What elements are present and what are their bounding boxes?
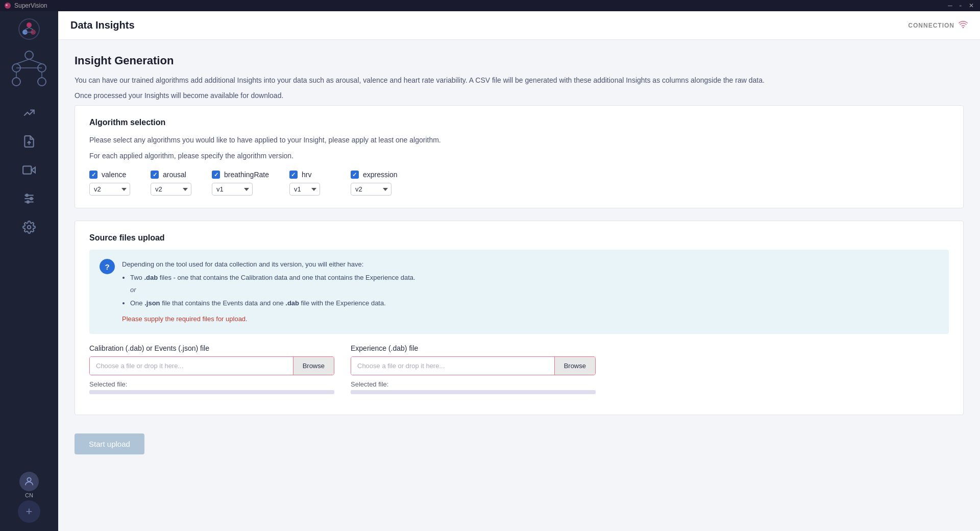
main: Data Insights CONNECTION Insight Generat… [58, 11, 980, 531]
expression-checkbox[interactable] [351, 171, 359, 179]
experience-selected-label: Selected file: [351, 380, 596, 388]
breathingrate-label[interactable]: breathingRate [212, 171, 269, 179]
experience-file-col: Experience (.dab) file Choose a file or … [351, 344, 596, 394]
sidebar-item-filters[interactable] [22, 185, 36, 212]
add-button[interactable]: + [18, 500, 40, 523]
supervision-logo [18, 18, 40, 40]
sidebar-bottom: CN + [18, 472, 40, 531]
calibration-selected-bar [89, 390, 334, 394]
arousal-version-select[interactable]: v1 v2 [151, 183, 191, 196]
valence-checkbox[interactable] [89, 171, 97, 179]
info-text: Depending on the tool used for data coll… [122, 259, 415, 324]
source-files-upload-card: Source files upload ? Depending on the t… [75, 221, 964, 415]
hrv-checkbox[interactable] [289, 171, 298, 179]
info-icon: ? [100, 259, 115, 274]
sidebar-user[interactable]: CN [19, 472, 39, 498]
svg-point-12 [12, 78, 20, 86]
calibration-file-input-group: Choose a file or drop it here... Browse [89, 356, 334, 375]
hrv-name: hrv [302, 171, 311, 179]
expression-version-select[interactable]: v1 v2 [351, 183, 391, 196]
svg-line-6 [25, 28, 29, 30]
valence-name: valence [102, 171, 126, 179]
sidebar-item-upload[interactable] [22, 128, 36, 155]
info-line1: Depending on the tool used for data coll… [122, 260, 363, 268]
sidebar: CN + [0, 11, 58, 531]
calibration-browse-button[interactable]: Browse [293, 357, 334, 375]
sidebar-nav [22, 94, 36, 472]
svg-point-9 [25, 51, 33, 59]
valence-version-select[interactable]: v1 v2 [89, 183, 130, 196]
svg-rect-21 [23, 166, 31, 174]
svg-point-27 [27, 201, 29, 203]
insight-generation-desc2: Once processed your Insights will become… [75, 90, 964, 102]
experience-browse-button[interactable]: Browse [554, 357, 595, 375]
title-bar: SuperVision ─ ▫ ✕ [0, 0, 980, 11]
connection-label: CONNECTION [908, 22, 954, 29]
algorithm-item-valence: valence v1 v2 [89, 171, 130, 196]
svg-line-7 [29, 28, 33, 30]
user-initials: CN [25, 492, 33, 498]
arousal-checkbox[interactable] [151, 171, 159, 179]
breathingrate-name: breathingRate [224, 171, 269, 179]
sidebar-item-video[interactable] [22, 156, 36, 184]
sidebar-nodes-diagram [6, 50, 52, 91]
calibration-file-label: Calibration (.dab) or Events (.json) fil… [89, 344, 334, 352]
expression-label[interactable]: expression [351, 171, 398, 179]
restore-button[interactable]: ▫ [958, 2, 964, 9]
app-title: SuperVision [14, 2, 47, 9]
wifi-icon [959, 21, 968, 30]
algorithm-item-breathingrate: breathingRate v1 v2 [212, 171, 269, 196]
hrv-version-select[interactable]: v1 v2 [289, 183, 320, 196]
calibration-file-text[interactable]: Choose a file or drop it here... [90, 357, 293, 375]
experience-file-label: Experience (.dab) file [351, 344, 596, 352]
algorithm-selection-title: Algorithm selection [89, 118, 949, 127]
title-bar-controls[interactable]: ─ ▫ ✕ [946, 2, 976, 9]
svg-point-13 [38, 78, 46, 86]
info-bullet2: One .json file that contains the Events … [130, 298, 415, 309]
breathingrate-version-select[interactable]: v1 v2 [212, 183, 253, 196]
insight-generation-desc1: You can have our trained algorithms add … [75, 75, 964, 87]
breathingrate-checkbox[interactable] [212, 171, 220, 179]
algorithm-item-arousal: arousal v1 v2 [151, 171, 191, 196]
insight-generation-title: Insight Generation [75, 54, 964, 67]
algorithm-grid: valence v1 v2 arousal [89, 171, 949, 196]
start-upload-button[interactable]: Start upload [75, 433, 144, 454]
app-icon [4, 2, 11, 9]
algorithm-selection-card: Algorithm selection Please select any al… [75, 105, 964, 209]
svg-point-30 [963, 27, 964, 28]
calibration-file-col: Calibration (.dab) or Events (.json) fil… [89, 344, 334, 394]
content-area: Insight Generation You can have our trai… [58, 40, 980, 531]
experience-selected-bar [351, 390, 596, 394]
svg-point-0 [5, 3, 11, 9]
sidebar-logo [0, 11, 58, 47]
experience-file-input-group: Choose a file or drop it here... Browse [351, 356, 596, 375]
title-bar-left: SuperVision [4, 2, 47, 9]
close-button[interactable]: ✕ [967, 2, 976, 9]
info-bullet1: Two .dab files - one that contains the C… [130, 272, 415, 283]
sidebar-item-chart[interactable] [22, 99, 36, 127]
page-title: Data Insights [70, 19, 135, 31]
calibration-selected-label: Selected file: [89, 380, 334, 388]
info-box: ? Depending on the tool used for data co… [89, 250, 949, 333]
svg-marker-20 [31, 167, 35, 173]
hrv-label[interactable]: hrv [289, 171, 330, 179]
valence-label[interactable]: valence [89, 171, 130, 179]
arousal-label[interactable]: arousal [151, 171, 191, 179]
algorithm-item-hrv: hrv v1 v2 [289, 171, 330, 196]
user-avatar[interactable] [19, 472, 39, 491]
experience-file-text[interactable]: Choose a file or drop it here... [351, 357, 554, 375]
expression-name: expression [363, 171, 398, 179]
header: Data Insights CONNECTION [58, 11, 980, 40]
algorithm-selection-desc1: Please select any algorithms you would l… [89, 134, 949, 147]
svg-point-29 [27, 478, 31, 481]
minimize-button[interactable]: ─ [946, 2, 954, 9]
svg-point-26 [30, 198, 32, 200]
source-files-title: Source files upload [89, 233, 949, 243]
arousal-name: arousal [163, 171, 186, 179]
info-or: or [130, 284, 415, 296]
svg-point-3 [27, 22, 32, 28]
svg-point-1 [6, 4, 8, 6]
svg-point-28 [28, 226, 31, 229]
sidebar-item-settings[interactable] [22, 213, 36, 241]
file-upload-row: Calibration (.dab) or Events (.json) fil… [89, 344, 949, 394]
